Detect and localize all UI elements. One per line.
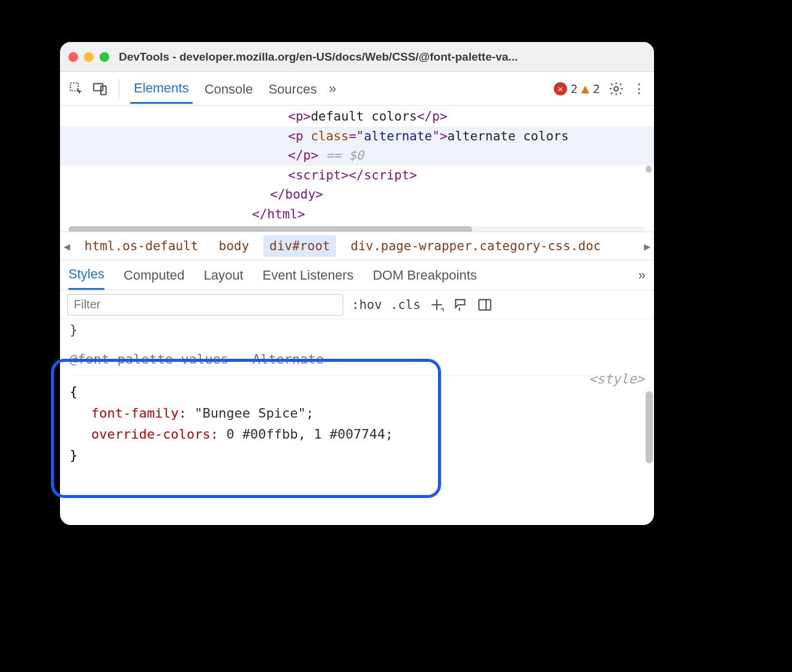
- breadcrumb: ◀ html.os-default body div#root div.page…: [60, 232, 654, 260]
- error-count: 2: [571, 82, 578, 96]
- crumb-prev-icon[interactable]: ◀: [64, 240, 70, 253]
- maximize-window-button[interactable]: [100, 52, 109, 62]
- dom-tree[interactable]: <p>default colors</p> <p class="alternat…: [60, 106, 654, 232]
- styles-pane[interactable]: } @font-palette-values --Alternate { fon…: [60, 319, 654, 525]
- more-tabs-icon[interactable]: »: [329, 81, 336, 97]
- crumb-page-wrapper[interactable]: div.page-wrapper.category-css.doc: [344, 235, 607, 257]
- tab-layout[interactable]: Layout: [203, 262, 243, 289]
- vertical-scrollbar-thumb[interactable]: [646, 391, 653, 463]
- svg-rect-4: [479, 299, 491, 310]
- inspect-element-icon[interactable]: [68, 81, 84, 97]
- crumb-html[interactable]: html.os-default: [79, 235, 205, 257]
- error-icon: ✕: [554, 82, 567, 95]
- rule-open-brace: {: [67, 381, 647, 402]
- tab-computed[interactable]: Computed: [124, 262, 185, 289]
- rule-close-brace: }: [67, 445, 647, 466]
- styles-filter-bar: :hov .cls: [60, 290, 654, 319]
- dom-node-selected-close[interactable]: </p> == $0: [60, 146, 654, 166]
- kebab-menu-icon[interactable]: ⋮: [632, 81, 646, 97]
- close-window-button[interactable]: [68, 52, 78, 62]
- dom-node[interactable]: <p>default colors</p>: [60, 107, 654, 127]
- window-title: DevTools - developer.mozilla.org/en-US/d…: [119, 50, 646, 64]
- dom-node[interactable]: </html>: [60, 205, 654, 224]
- rule-body[interactable]: { font-family: "Bungee Spice"; override-…: [67, 376, 647, 466]
- crumb-body[interactable]: body: [213, 235, 256, 257]
- settings-icon[interactable]: [608, 81, 624, 97]
- rule-close-previous: }: [67, 319, 647, 340]
- window-controls: [68, 52, 109, 62]
- warning-count: 2: [593, 82, 600, 96]
- warning-icon: ▲: [581, 81, 589, 96]
- rule-source-link[interactable]: <style>: [589, 368, 644, 389]
- rule-selector[interactable]: @font-palette-values --Alternate: [67, 340, 647, 376]
- dom-node[interactable]: </body>: [60, 185, 654, 205]
- tab-styles[interactable]: Styles: [68, 260, 104, 290]
- toggle-class-button[interactable]: .cls: [391, 298, 421, 312]
- separator: [119, 79, 119, 98]
- new-style-rule-icon[interactable]: [429, 297, 445, 313]
- tab-console[interactable]: Console: [201, 74, 257, 103]
- scrollbar-thumb[interactable]: [68, 226, 472, 232]
- crumb-next-icon[interactable]: ▶: [644, 240, 650, 253]
- tab-event-listeners[interactable]: Event Listeners: [263, 262, 354, 289]
- styles-filter-input[interactable]: [67, 294, 343, 316]
- paint-brush-icon[interactable]: [453, 297, 469, 313]
- vertical-scrollbar-thumb[interactable]: [646, 166, 652, 173]
- toggle-sidebar-icon[interactable]: [477, 297, 493, 313]
- main-toolbar: Elements Console Sources » ✕ 2 ▲ 2 ⋮: [60, 72, 654, 106]
- dom-node-selected[interactable]: <p class="alternate">alternate colors: [60, 127, 654, 146]
- styles-tabbar: Styles Computed Layout Event Listeners D…: [60, 260, 654, 290]
- toggle-hover-button[interactable]: :hov: [352, 298, 382, 312]
- tab-sources[interactable]: Sources: [265, 74, 320, 103]
- devtools-window: DevTools - developer.mozilla.org/en-US/d…: [60, 42, 654, 525]
- status-area[interactable]: ✕ 2 ▲ 2: [554, 81, 600, 96]
- more-styles-tabs-icon[interactable]: »: [638, 268, 646, 283]
- svg-point-3: [614, 86, 619, 91]
- titlebar: DevTools - developer.mozilla.org/en-US/d…: [60, 42, 654, 72]
- tab-elements[interactable]: Elements: [130, 73, 193, 104]
- dom-node[interactable]: <script></script>: [60, 166, 654, 185]
- minimize-window-button[interactable]: [84, 52, 94, 62]
- css-declaration[interactable]: font-family: "Bungee Spice";: [67, 403, 647, 424]
- crumb-current[interactable]: div#root: [263, 235, 336, 257]
- device-toggle-icon[interactable]: [92, 81, 108, 97]
- css-declaration[interactable]: override-colors: 0 #00ffbb, 1 #007744;: [67, 424, 647, 445]
- tab-dom-breakpoints[interactable]: DOM Breakpoints: [373, 262, 477, 289]
- horizontal-scrollbar[interactable]: [68, 226, 646, 232]
